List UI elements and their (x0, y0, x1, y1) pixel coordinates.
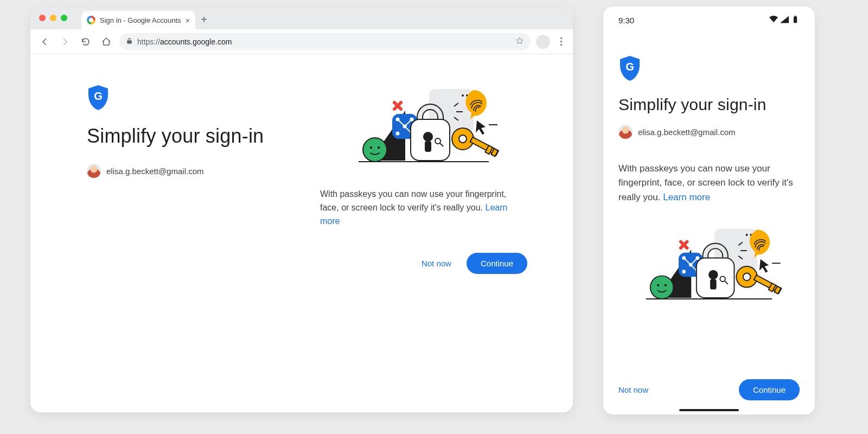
passkey-illustration (320, 85, 527, 171)
signal-icon (780, 16, 789, 25)
svg-point-32 (459, 135, 467, 143)
svg-marker-26 (476, 120, 486, 135)
maximize-window-icon[interactable] (61, 15, 67, 21)
account-email: elisa.g.beckett@gmail.com (106, 167, 203, 176)
svg-point-7 (363, 138, 387, 162)
browser-menu-button[interactable] (556, 37, 566, 46)
close-tab-icon[interactable]: × (186, 16, 190, 24)
continue-button[interactable]: Continue (467, 253, 527, 274)
battery-icon (791, 16, 800, 25)
wifi-icon (769, 16, 778, 25)
lock-icon (126, 37, 133, 46)
account-email: elisa.g.beckett@gmail.com (638, 127, 735, 137)
svg-point-3 (462, 94, 464, 97)
browser-tab[interactable]: Sign in - Google Accounts × (81, 11, 195, 29)
svg-point-41 (746, 234, 748, 236)
not-now-button[interactable]: Not now (422, 259, 451, 268)
action-row: Not now Continue (320, 253, 527, 274)
svg-rect-61 (710, 279, 717, 289)
browser-toolbar: https://accounts.google.com (30, 29, 573, 54)
svg-point-8 (370, 146, 372, 149)
status-bar: 9:30 (618, 13, 800, 27)
svg-text:G: G (626, 61, 634, 73)
svg-point-46 (657, 284, 659, 286)
svg-rect-38 (794, 16, 796, 17)
minimize-window-icon[interactable] (50, 15, 56, 21)
window-controls (36, 7, 72, 29)
continue-button[interactable]: Continue (739, 379, 800, 400)
back-button[interactable] (37, 34, 52, 49)
gesture-bar-icon (679, 409, 739, 411)
svg-rect-37 (794, 16, 797, 23)
svg-marker-0 (516, 37, 523, 43)
svg-point-51 (682, 270, 685, 273)
account-avatar-icon (618, 125, 633, 139)
description-text: With passkeys you can now use your finge… (320, 188, 527, 228)
svg-point-47 (665, 284, 667, 286)
svg-marker-36 (780, 16, 789, 23)
page-heading: Simplify your sign-in (618, 95, 800, 114)
reload-button[interactable] (78, 34, 93, 49)
google-shield-icon: G (87, 85, 110, 111)
tab-title: Sign in - Google Accounts (100, 16, 181, 24)
tab-strip: Sign in - Google Accounts × + (30, 7, 573, 29)
new-tab-button[interactable]: + (201, 14, 207, 29)
svg-point-9 (378, 146, 380, 149)
page-content: G Simplify your sign-in elisa.g.beckett@… (30, 54, 573, 274)
action-row: Not now Continue (618, 379, 800, 405)
google-shield-icon: G (618, 55, 641, 81)
not-now-button[interactable]: Not now (618, 385, 648, 394)
home-button[interactable] (99, 34, 114, 49)
bookmark-icon[interactable] (515, 36, 524, 47)
status-time: 9:30 (618, 16, 634, 25)
svg-point-60 (709, 270, 718, 279)
phone-frame: 9:30 G Simplify your sign-in elisa.g.bec… (603, 7, 815, 414)
passkey-illustration (618, 223, 800, 310)
account-chip[interactable]: elisa.g.beckett@gmail.com (87, 164, 320, 178)
svg-marker-64 (760, 259, 769, 272)
svg-point-70 (743, 273, 751, 281)
page-heading: Simplify your sign-in (87, 125, 320, 148)
account-avatar-icon (87, 164, 101, 178)
learn-more-link[interactable]: Learn more (663, 192, 710, 202)
forward-button[interactable] (58, 34, 73, 49)
address-bar[interactable]: https://accounts.google.com (119, 33, 531, 50)
svg-point-22 (423, 132, 433, 142)
svg-text:G: G (94, 90, 103, 102)
description-text: With passkeys you can now use your finge… (618, 162, 800, 205)
svg-point-45 (650, 276, 674, 299)
url-text: https://accounts.google.com (137, 37, 232, 46)
close-window-icon[interactable] (39, 15, 46, 21)
svg-point-13 (397, 132, 399, 135)
svg-rect-23 (425, 141, 431, 152)
google-favicon-icon (87, 16, 95, 24)
browser-window: Sign in - Google Accounts × + (30, 7, 573, 412)
account-chip[interactable]: elisa.g.beckett@gmail.com (618, 125, 800, 139)
profile-avatar-button[interactable] (536, 35, 550, 49)
